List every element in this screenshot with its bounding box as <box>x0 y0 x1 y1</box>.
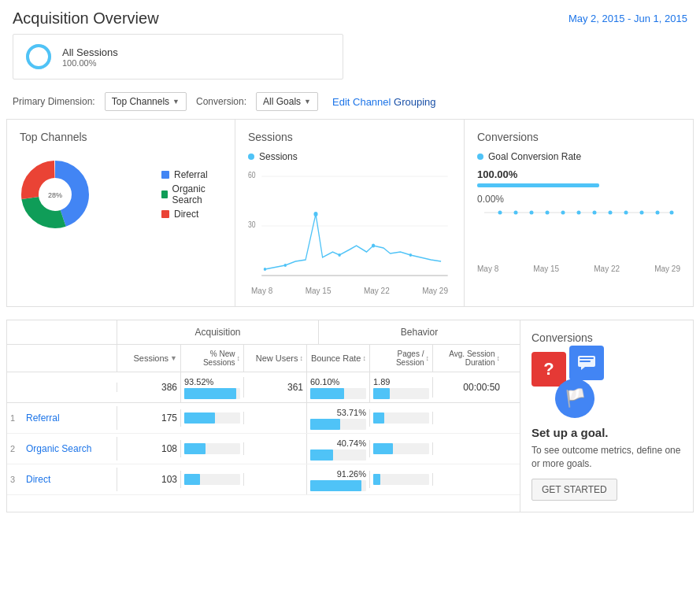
dimension-dropdown[interactable]: Top Channels ▼ <box>105 92 187 111</box>
sort-icon: ↕ <box>497 354 501 362</box>
legend-direct: Direct <box>161 209 222 220</box>
sort-icon: ↕ <box>237 354 241 362</box>
page-title: Acquisition Overview <box>13 9 159 28</box>
column-headers: Sessions ▼ % New Sessions ↕ New Users ↕ … <box>7 345 520 372</box>
svg-point-13 <box>264 268 266 271</box>
referral-color <box>161 171 169 179</box>
flag-icon: 🏳️ <box>555 379 594 418</box>
svg-text:30: 30 <box>248 220 256 229</box>
sessions-legend: Sessions <box>248 151 451 162</box>
legend-organic: Organic Search <box>161 183 222 205</box>
svg-point-23 <box>561 211 565 215</box>
bounce-col-header[interactable]: Bounce Rate ↕ <box>306 345 369 372</box>
table-row: 2 Organic Search 108 40.74% <box>7 434 520 464</box>
data-table-area: Acquisition Behavior Sessions ▼ % New Se… <box>7 320 520 512</box>
table-row: 1 Referral 175 53.71% <box>7 403 520 434</box>
page-header: Acquisition Overview May 2, 2015 - Jun 1… <box>0 0 700 34</box>
conv-legend: Goal Conversion Rate <box>477 151 680 162</box>
legend-referral-label: Referral <box>174 169 208 180</box>
conversion-label: Conversion: <box>196 96 246 107</box>
total-sessions: 386 <box>117 377 180 398</box>
chevron-down-icon: ▼ <box>172 98 180 105</box>
setup-goal-desc: To see outcome metrics, define one or mo… <box>531 444 682 471</box>
conv-top-pct: 100.00% <box>477 168 680 180</box>
organic-color <box>161 191 168 198</box>
goal-icons: ? 🏳️ <box>531 352 682 418</box>
get-started-button[interactable]: GET STARTED <box>531 479 617 501</box>
svg-point-12 <box>372 244 375 248</box>
legend-direct-label: Direct <box>174 209 198 220</box>
conversions-side-title: Conversions <box>531 331 682 344</box>
sessions-x-axis: May 8 May 15 May 22 May 29 <box>248 287 451 295</box>
behavior-header: Behavior <box>319 320 520 344</box>
sort-icon: ↕ <box>300 354 304 362</box>
pie-chart: 28% <box>20 159 91 230</box>
svg-point-22 <box>546 211 550 215</box>
all-sessions-label: All Sessions <box>62 46 118 58</box>
legend-organic-label: Organic Search <box>172 183 222 205</box>
avg-direct <box>432 473 503 486</box>
total-pages: 1.89 <box>369 372 432 402</box>
conversion-dropdown[interactable]: All Goals ▼ <box>256 92 318 111</box>
pct-new-referral <box>180 409 243 427</box>
conversions-chart-title: Conversions <box>477 131 680 143</box>
pages-direct <box>369 471 432 488</box>
table-section-headers: Acquisition Behavior <box>7 320 520 345</box>
svg-point-1 <box>28 46 50 68</box>
sort-icon: ↕ <box>426 354 430 362</box>
conversions-chart-panel: Conversions Goal Conversion Rate 100.00%… <box>465 120 693 306</box>
conversions-side-panel: Conversions ? 🏳️ Set up a goal. To see o… <box>520 320 693 512</box>
sessions-chart-panel: Sessions Sessions 60 30 <box>235 120 465 306</box>
svg-point-24 <box>577 211 581 215</box>
conv-x-axis: May 8 May 15 May 22 May 29 <box>477 265 680 273</box>
avg-referral <box>432 412 503 424</box>
channel-organic[interactable]: 2 Organic Search <box>7 437 117 461</box>
edit-channel-grouping-link[interactable]: Edit Channel Grouping <box>332 96 436 108</box>
svg-point-19 <box>498 211 502 215</box>
pie-area: 28% Referral Organic Search Direct <box>20 151 222 230</box>
sessions-legend-label: Sessions <box>259 151 298 162</box>
bounce-organic: 40.74% <box>306 434 369 464</box>
avg-col-header[interactable]: Avg. Session Duration ↕ <box>432 345 503 372</box>
acquisition-header: Acquisition <box>117 320 319 344</box>
sessions-organic: 108 <box>117 437 180 461</box>
pct-new-col-header[interactable]: % New Sessions ↕ <box>180 345 243 372</box>
svg-point-29 <box>656 211 660 215</box>
new-users-direct <box>243 473 306 486</box>
conv-legend-label: Goal Conversion Rate <box>488 151 581 162</box>
donut-chart-icon <box>24 43 53 71</box>
line-chart: 60 30 <box>248 167 451 285</box>
pages-referral <box>369 409 432 427</box>
channel-direct[interactable]: 3 Direct <box>7 468 117 491</box>
primary-dimension-label: Primary Dimension: <box>13 96 95 107</box>
sessions-referral: 175 <box>117 406 180 430</box>
svg-rect-33 <box>580 361 591 362</box>
all-sessions-pct: 100.00% <box>62 58 118 68</box>
sessions-dot <box>248 154 254 160</box>
svg-marker-34 <box>581 367 585 370</box>
bounce-referral: 53.71% <box>306 403 369 433</box>
new-users-col-header[interactable]: New Users ↕ <box>243 345 306 372</box>
svg-text:28%: 28% <box>48 191 62 199</box>
svg-point-26 <box>609 211 613 215</box>
totals-label <box>7 383 117 392</box>
total-bounce: 60.10% <box>306 372 369 402</box>
svg-point-20 <box>514 211 518 215</box>
channel-referral[interactable]: 1 Referral <box>7 406 117 430</box>
pct-new-direct <box>180 471 243 488</box>
chat-icon <box>569 346 604 380</box>
sessions-col-header[interactable]: Sessions ▼ <box>117 345 180 372</box>
svg-point-11 <box>313 212 317 216</box>
sessions-chart: Sessions 60 30 <box>248 151 451 295</box>
svg-point-27 <box>624 211 628 215</box>
svg-point-21 <box>530 211 534 215</box>
top-channels-title: Top Channels <box>20 131 222 143</box>
controls-bar: Primary Dimension: Top Channels ▼ Conver… <box>0 87 700 119</box>
top-channels-panel: Top Channels 28% Referral <box>7 120 235 306</box>
channel-col-header <box>7 345 117 372</box>
pages-col-header[interactable]: Pages / Session ↕ <box>369 345 432 372</box>
sort-icon: ↕ <box>363 354 367 362</box>
conv-bottom-pct: 0.00% <box>477 194 680 205</box>
bounce-direct: 91.26% <box>306 464 369 494</box>
svg-point-16 <box>409 253 412 257</box>
